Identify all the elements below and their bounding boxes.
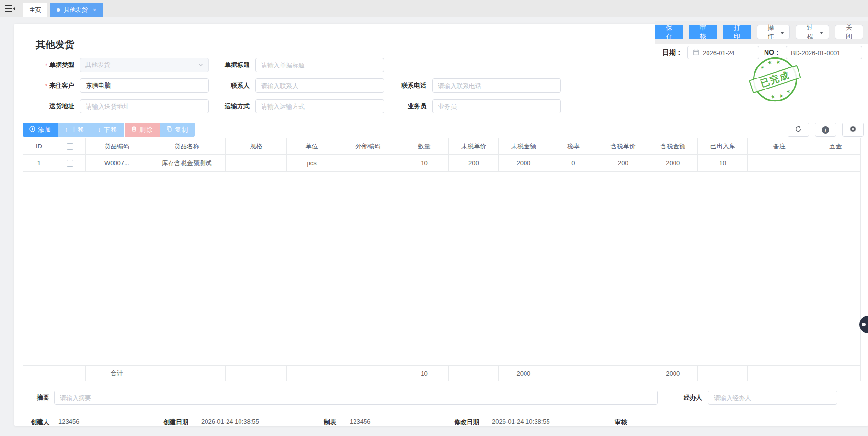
column-header-qty: 数量 <box>400 138 449 154</box>
tab-status-dot-icon <box>57 8 60 12</box>
summary-input[interactable] <box>54 391 658 405</box>
column-header-price-inc: 含税单价 <box>598 138 648 154</box>
app-window: 主页 其他发货 × 保存 审核 打印 操作 过程 关闭 日期： <box>0 0 868 436</box>
settings-button[interactable] <box>842 123 864 137</box>
cell-code: W0007... <box>86 155 148 171</box>
customer-label: *来往客户 <box>36 81 74 90</box>
refresh-button[interactable] <box>788 123 809 137</box>
copy-icon <box>166 126 172 134</box>
column-header-code: 货品编码 <box>86 138 148 154</box>
document-no-label: NO： <box>764 48 781 57</box>
save-button[interactable]: 保存 <box>655 25 683 39</box>
total-cell <box>698 366 748 381</box>
menu-toggle-icon[interactable] <box>5 4 15 13</box>
cell-hardware <box>811 155 860 171</box>
column-header-hardware: 五金 <box>811 138 860 154</box>
column-header-amount-inc: 含税金额 <box>648 138 698 154</box>
created-label: 创建日期 <box>163 418 188 426</box>
salesman-input[interactable] <box>432 99 561 113</box>
transport-input[interactable] <box>255 99 384 113</box>
creator-label: 创建人 <box>31 418 49 426</box>
tab-other-shipment-label: 其他发货 <box>64 6 88 14</box>
form-row: *单据类型 其他发货 单据标题 <box>36 58 868 72</box>
tab-other-shipment[interactable]: 其他发货 × <box>50 3 103 17</box>
calendar-icon <box>693 49 699 57</box>
document-no-input[interactable]: BD-2026-01-0001 <box>786 46 862 59</box>
process-dropdown[interactable]: 过程 <box>796 25 829 39</box>
cell-checkbox <box>55 155 86 171</box>
modified-value: 2026-01-24 10:38:55 <box>492 418 550 425</box>
column-header-ext-code: 外部编码 <box>337 138 400 154</box>
table-row[interactable]: 1 W0007... 库存含税金额测试 pcs 10 200 2000 0 20… <box>23 155 860 172</box>
column-header-shipped: 已出入库 <box>698 138 748 154</box>
audit-label: 审核 <box>615 418 627 426</box>
print-button[interactable]: 打印 <box>723 25 751 39</box>
phone-input[interactable] <box>432 78 561 93</box>
arrow-down-icon: ↓ <box>98 126 102 133</box>
document-no-value: BD-2026-01-0001 <box>791 49 840 56</box>
total-amount-inc: 2000 <box>648 366 698 381</box>
doc-title-label: 单据标题 <box>209 61 250 69</box>
handler-input[interactable] <box>708 391 837 405</box>
doc-type-select[interactable]: 其他发货 <box>80 58 209 72</box>
delete-row-button[interactable]: 删除 <box>125 123 160 137</box>
tab-close-icon[interactable]: × <box>93 7 96 13</box>
row-checkbox[interactable] <box>67 160 73 167</box>
move-up-button[interactable]: ↑ 上移 <box>58 123 91 137</box>
star-icon: ★ <box>778 93 784 99</box>
doc-type-label: *单据类型 <box>36 61 74 69</box>
tab-home-label: 主页 <box>29 6 41 14</box>
cell-amount-ex: 2000 <box>499 155 548 171</box>
contact-input[interactable] <box>255 78 384 93</box>
select-all-checkbox[interactable] <box>67 143 73 150</box>
arrow-up-icon: ↑ <box>65 126 69 133</box>
created-value: 2026-01-24 10:38:55 <box>201 418 259 425</box>
cell-qty: 10 <box>400 155 449 171</box>
column-header-id: ID <box>23 138 55 154</box>
date-value: 2026-01-24 <box>703 49 735 56</box>
product-code-link[interactable]: W0007... <box>104 159 129 167</box>
total-label: 合计 <box>86 366 148 381</box>
salesman-label: 业务员 <box>384 102 426 111</box>
gear-icon <box>849 125 857 134</box>
audit-button[interactable]: 审核 <box>689 25 717 39</box>
date-input[interactable]: 2026-01-24 <box>687 46 759 59</box>
column-header-amount-ex: 未税金额 <box>499 138 548 154</box>
total-cell <box>449 366 499 381</box>
cell-ext-code <box>337 155 400 171</box>
move-down-button[interactable]: ↓ 下移 <box>91 123 124 137</box>
tab-bar: 主页 其他发货 × <box>0 0 868 17</box>
doc-title-input[interactable] <box>255 58 384 72</box>
form-row: 送货地址 运输方式 业务员 <box>36 99 868 113</box>
chevron-down-icon <box>780 32 784 36</box>
operation-dropdown[interactable]: 操作 <box>757 25 790 39</box>
total-amount-ex: 2000 <box>499 366 548 381</box>
total-cell <box>598 366 648 381</box>
refresh-icon <box>795 125 802 134</box>
circle-plus-icon <box>29 126 35 134</box>
chevron-down-icon <box>820 32 823 36</box>
audit-footer: 创建人 123456 创建日期 2026-01-24 10:38:55 制表 1… <box>14 418 868 426</box>
info-button[interactable]: i <box>815 123 836 137</box>
total-cell <box>748 366 811 381</box>
address-input[interactable] <box>80 99 209 113</box>
cell-unit: pcs <box>287 155 337 171</box>
date-label: 日期： <box>662 48 683 57</box>
column-header-remark: 备注 <box>748 138 811 154</box>
add-row-button[interactable]: 添加 <box>23 123 58 137</box>
action-toolbar: 保存 审核 打印 操作 过程 关闭 <box>655 21 868 44</box>
column-header-name: 货品名称 <box>148 138 226 154</box>
total-cell <box>55 366 86 381</box>
summary-row: 摘要 经办人 <box>23 391 868 405</box>
total-cell <box>23 366 55 381</box>
modified-label: 修改日期 <box>454 418 479 426</box>
transport-label: 运输方式 <box>209 102 250 111</box>
address-label: 送货地址 <box>36 102 74 111</box>
customer-input[interactable] <box>80 78 209 93</box>
phone-label: 联系电话 <box>384 81 426 90</box>
copy-row-button[interactable]: 复制 <box>160 123 195 137</box>
close-button[interactable]: 关闭 <box>835 25 863 39</box>
required-asterisk: * <box>45 62 47 69</box>
operation-dropdown-label: 操作 <box>764 23 779 41</box>
tab-home[interactable]: 主页 <box>23 3 47 17</box>
